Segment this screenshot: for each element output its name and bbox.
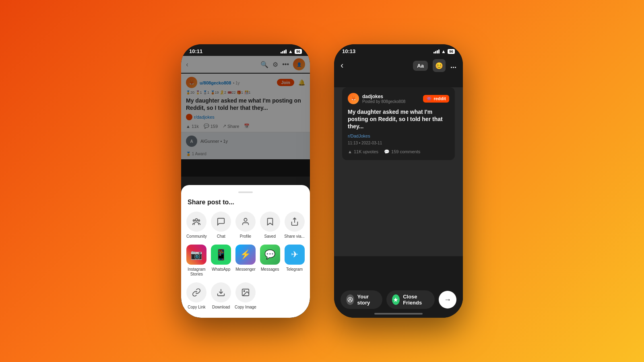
app-icons-row: 📷 InstagramStories 📱 WhatsApp ⚡ Messenge… (181, 245, 310, 277)
copy-link-label: Copy Link (188, 305, 205, 310)
sheet-handle (238, 191, 253, 193)
join-button[interactable]: Join (277, 79, 294, 86)
nav-icons: 🔍 ⚙ ••• 👤 (260, 58, 305, 70)
post-avatar: 🦊 (186, 77, 197, 88)
reddit-card: 🦊 dadjokes Posted by 808gecko808 👾 reddi… (342, 87, 455, 160)
card-avatar: 🦊 (348, 93, 359, 104)
more-icon[interactable]: ••• (282, 61, 289, 68)
community-icon (186, 212, 206, 232)
notch-right (374, 44, 423, 56)
upvote-count: 11k (192, 124, 199, 129)
comment-bubble-icon: 💬 (384, 149, 390, 154)
user-row: 🦊 u/808gecko808 • 1y Join 🔔 (186, 77, 305, 88)
share-saved[interactable]: Saved (259, 212, 281, 239)
profile-icon (235, 212, 256, 232)
messenger-app[interactable]: ⚡ Messenger (235, 245, 256, 277)
telegram-app[interactable]: ✈ Telegram (284, 245, 305, 277)
post-username[interactable]: u/808gecko808 (200, 80, 231, 85)
phone-left: 10:11 ▲ 96 ‹ (181, 44, 310, 318)
upvotes-stat: ▲ 11K upvotes (348, 149, 378, 154)
subreddit-row: r/dadjokes (186, 114, 305, 120)
messages-icon: 💬 (260, 245, 280, 265)
community-label: Community (186, 234, 207, 239)
share-chat[interactable]: Chat (210, 212, 232, 239)
card-title: My daughter asked me what I'm posting on… (348, 108, 449, 130)
subreddit-link[interactable]: r/dadjokes (194, 115, 215, 119)
share-label: Share (227, 124, 239, 129)
screen-right: 10:13 ▲ 96 ‹ Aa 😊 (334, 44, 463, 318)
chat-icon (211, 212, 231, 232)
next-post-row: A AlGunner • 1y (181, 132, 310, 150)
instagram-label: InstagramStories (188, 267, 205, 277)
saved-icon (260, 212, 280, 232)
whatsapp-icon: 📱 (211, 245, 231, 265)
screen-left: 10:11 ▲ 96 ‹ (181, 44, 310, 318)
your-story-option[interactable]: Your story (341, 290, 382, 309)
comments-action[interactable]: 💬 159 (204, 123, 218, 129)
bell-icon: 🔔 (298, 79, 305, 86)
font-button[interactable]: Aa (413, 61, 428, 71)
share-via-label: Share via... (284, 234, 305, 239)
reddit-alien-icon: 👾 (426, 96, 432, 101)
share-via[interactable]: Share via... (284, 212, 305, 239)
share-profile[interactable]: Profile (235, 212, 256, 239)
post-actions: ▲ 11k 💬 159 ↗ Share 📅 (186, 123, 305, 129)
status-icons-left: ▲ 96 (281, 49, 302, 54)
card-stats: ▲ 11K upvotes 💬 159 comments (348, 149, 449, 154)
card-posted-by: Posted by 808gecko808 (362, 99, 405, 104)
instagram-app[interactable]: 📷 InstagramStories (186, 245, 207, 277)
battery-left: 96 (295, 49, 302, 54)
card-header: 🦊 dadjokes Posted by 808gecko808 👾 reddi… (348, 93, 449, 104)
reddit-post-area: 🦊 u/808gecko808 • 1y Join 🔔 🏅20 🎖️1 🥈1 🥉… (181, 74, 310, 132)
filter-icon[interactable]: ⚙ (272, 61, 278, 68)
search-icon[interactable]: 🔍 (260, 61, 268, 68)
share-community[interactable]: Community (186, 212, 207, 239)
card-user-info: 🦊 dadjokes Posted by 808gecko808 (348, 93, 405, 104)
bookmark-icon[interactable]: 📅 (244, 123, 250, 129)
back-button-right[interactable]: ‹ (341, 60, 343, 71)
reddit-label: reddit (433, 96, 446, 101)
story-canvas: 🦊 dadjokes Posted by 808gecko808 👾 reddi… (334, 87, 463, 256)
saved-label: Saved (264, 234, 276, 239)
whatsapp-app[interactable]: 📱 WhatsApp (210, 245, 232, 277)
chat-label: Chat (217, 234, 225, 239)
sticker-button[interactable]: 😊 (433, 59, 446, 72)
copy-link-icon (186, 282, 206, 302)
upvotes-count: 11K upvotes (354, 149, 378, 154)
send-arrow-icon: → (444, 296, 451, 304)
share-bottom-sheet: Share post to... Community (181, 185, 310, 318)
subreddit-icon (186, 114, 192, 120)
reddit-dimmed-area: ‹ 🔍 ⚙ ••• 👤 🦊 u/808gecko808 • 1y (181, 56, 310, 159)
download-action[interactable]: Download (210, 282, 232, 310)
send-button[interactable]: → (439, 291, 456, 309)
share-action[interactable]: ↗ Share (223, 123, 239, 129)
time-right: 10:13 (342, 48, 355, 54)
upvotes-action[interactable]: ▲ 11k (186, 124, 199, 129)
time-left: 10:11 (189, 48, 202, 54)
profile-label: Profile (240, 234, 251, 239)
close-friends-label: Close Friends (403, 294, 429, 306)
copy-link-action[interactable]: Copy Link (186, 282, 207, 310)
back-icon[interactable]: ‹ (186, 60, 188, 69)
svg-point-7 (244, 290, 245, 292)
phone-right: 10:13 ▲ 96 ‹ Aa 😊 (334, 44, 463, 318)
messages-app[interactable]: 💬 Messages (259, 245, 281, 277)
award-badges: 🏅20 🎖️1 🥈1 🥉19 🎗️2 🎟️22 🎁1 🎊1 (186, 90, 251, 95)
svg-point-2 (193, 220, 195, 221)
comments-stat: 💬 159 comments (384, 149, 420, 154)
award-row: 🏅20 🎖️1 🥈1 🥉19 🎗️2 🎟️22 🎁1 🎊1 (186, 90, 305, 95)
copy-image-label: Copy Image (235, 305, 256, 310)
card-subreddit-link[interactable]: r/DadJokes (348, 134, 449, 138)
comment-icon: 💬 (204, 123, 209, 129)
more-button[interactable]: ... (450, 62, 456, 70)
card-subreddit-name: dadjokes (362, 94, 405, 99)
close-friends-option[interactable]: Close Friends (386, 290, 435, 309)
story-top-bar: ‹ Aa 😊 ... (334, 56, 463, 75)
copy-image-action[interactable]: Copy Image (235, 282, 256, 310)
comments-count: 159 comments (391, 149, 420, 154)
status-icons-right: ▲ 96 (433, 49, 455, 54)
next-post-user: AlGunner • 1y (200, 139, 228, 144)
user-avatar-left[interactable]: 👤 (293, 58, 305, 70)
download-label: Download (212, 305, 230, 310)
user-info: u/808gecko808 • 1y (200, 79, 275, 86)
